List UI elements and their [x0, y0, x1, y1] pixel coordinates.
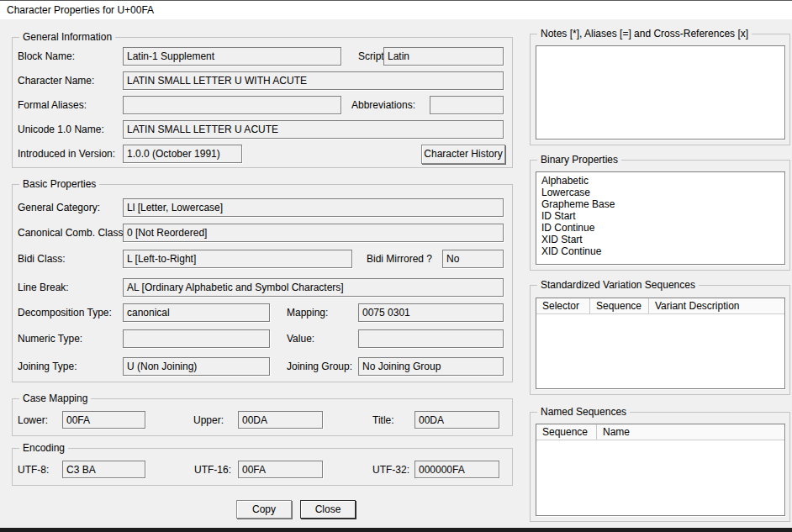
svs-column-selector[interactable]: Selector — [536, 298, 590, 313]
joining-group-label: Joining Group: — [287, 361, 352, 372]
character-properties-dialog: Character Properties for U+00FA General … — [0, 0, 792, 532]
lower-field[interactable]: 00FA — [62, 411, 145, 429]
general-category-label: General Category: — [18, 202, 100, 213]
binary-properties-legend: Binary Properties — [537, 154, 621, 166]
encoding-group: Encoding UTF-8: C3 BA UTF-16: 00FA UTF-3… — [12, 448, 513, 486]
binary-property-item[interactable]: XID Continue — [536, 245, 784, 257]
utf16-label: UTF-16: — [194, 464, 231, 476]
utf8-field[interactable]: C3 BA — [62, 461, 145, 478]
binary-properties-listbox[interactable]: Alphabetic Lowercase Grapheme Base ID St… — [536, 171, 785, 265]
copy-button[interactable]: Copy — [236, 500, 292, 519]
named-sequences-group: Named Sequences Sequence Name — [530, 412, 790, 522]
mapping-label: Mapping: — [287, 307, 328, 319]
general-information-legend: General Information — [19, 31, 115, 44]
numeric-type-field[interactable] — [123, 329, 270, 348]
encoding-legend: Encoding — [19, 442, 68, 455]
joining-type-label: Joining Type: — [18, 361, 77, 372]
named-sequences-table-header: Sequence Name — [536, 424, 784, 440]
case-mapping-group: Case Mapping Lower: 00FA Upper: 00DA Tit… — [12, 398, 513, 436]
decomposition-type-field[interactable]: canonical — [123, 303, 270, 322]
notes-group: Notes [*], Aliases [=] and Cross-Referen… — [530, 34, 790, 145]
named-sequences-table[interactable]: Sequence Name — [536, 424, 785, 516]
joining-type-field[interactable]: U (Non Joining) — [123, 357, 270, 376]
title-bar[interactable]: Character Properties for U+00FA — [0, 0, 792, 19]
introduced-in-version-field[interactable]: 1.0.0 (October 1991) — [123, 145, 242, 163]
svs-column-variant-description[interactable]: Variant Description — [649, 298, 784, 313]
binary-property-item[interactable]: Lowercase — [536, 187, 784, 198]
bidi-class-field[interactable]: L [Left-to-Right] — [123, 250, 352, 268]
basic-properties-group: Basic Properties General Category: Ll [L… — [12, 184, 513, 382]
utf32-label: UTF-32: — [372, 464, 409, 476]
binary-property-item[interactable]: ID Continue — [536, 222, 784, 234]
numeric-value-label: Value: — [287, 333, 314, 345]
block-name-field[interactable]: Latin-1 Supplement — [123, 47, 341, 66]
formal-aliases-label: Formal Aliases: — [18, 99, 87, 111]
bottom-background-strip — [0, 528, 792, 532]
svs-column-sequence[interactable]: Sequence — [590, 298, 649, 313]
line-break-label: Line Break: — [18, 282, 69, 293]
character-name-field[interactable]: LATIN SMALL LETTER U WITH ACUTE — [123, 71, 504, 90]
notes-legend: Notes [*], Aliases [=] and Cross-Referen… — [537, 28, 752, 40]
script-label: Script: — [358, 50, 387, 62]
title-case-field[interactable]: 00DA — [414, 411, 499, 429]
block-name-label: Block Name: — [18, 50, 75, 62]
case-mapping-legend: Case Mapping — [19, 392, 91, 405]
upper-label: Upper: — [193, 414, 224, 426]
character-name-label: Character Name: — [18, 75, 94, 87]
binary-property-item[interactable]: XID Start — [536, 234, 784, 245]
standardized-variation-sequences-legend: Standardized Variation Sequences — [537, 279, 699, 292]
standardized-variation-sequences-group: Standardized Variation Sequences Selecto… — [530, 285, 790, 395]
abbreviations-label: Abbreviations: — [351, 99, 415, 111]
close-button[interactable]: Close — [300, 500, 356, 519]
window-title: Character Properties for U+00FA — [7, 4, 154, 16]
decomposition-type-label: Decomposition Type: — [18, 307, 112, 319]
named-sequences-column-sequence[interactable]: Sequence — [536, 424, 597, 440]
bidi-mirrored-label: Bidi Mirrored ? — [367, 253, 432, 265]
utf8-label: UTF-8: — [18, 464, 49, 476]
mapping-field[interactable]: 0075 0301 — [358, 303, 504, 322]
formal-aliases-field[interactable] — [123, 96, 341, 114]
binary-property-item[interactable]: Grapheme Base — [536, 198, 784, 210]
abbreviations-field[interactable] — [430, 96, 504, 114]
binary-property-item[interactable]: Alphabetic — [536, 175, 784, 187]
basic-properties-legend: Basic Properties — [19, 178, 99, 191]
line-break-field[interactable]: AL [Ordinary Alphabetic and Symbol Chara… — [123, 278, 504, 297]
binary-property-item[interactable]: ID Start — [536, 210, 784, 222]
binary-properties-group: Binary Properties Alphabetic Lowercase G… — [530, 160, 790, 271]
standardized-variation-sequences-table[interactable]: Selector Sequence Variant Description — [536, 298, 785, 389]
utf16-field[interactable]: 00FA — [238, 461, 323, 478]
bidi-mirrored-field[interactable]: No — [442, 250, 504, 268]
svs-table-header: Selector Sequence Variant Description — [536, 298, 784, 314]
utf32-field[interactable]: 000000FA — [414, 461, 499, 478]
numeric-value-field[interactable] — [358, 329, 504, 348]
named-sequences-column-name[interactable]: Name — [597, 424, 784, 440]
joining-group-field[interactable]: No Joining Group — [358, 357, 504, 376]
lower-label: Lower: — [18, 414, 48, 426]
canonical-comb-class-field[interactable]: 0 [Not Reordered] — [123, 224, 504, 242]
canonical-comb-class-label: Canonical Comb. Class: — [18, 227, 126, 239]
upper-field[interactable]: 00DA — [238, 411, 323, 429]
bidi-class-label: Bidi Class: — [18, 253, 66, 265]
title-case-label: Title: — [372, 414, 394, 426]
character-history-button[interactable]: Character History — [421, 145, 505, 164]
numeric-type-label: Numeric Type: — [18, 333, 82, 345]
named-sequences-legend: Named Sequences — [537, 406, 630, 419]
general-category-field[interactable]: Ll [Letter, Lowercase] — [123, 198, 504, 217]
general-information-group: General Information Block Name: Latin-1 … — [12, 37, 513, 168]
notes-listbox[interactable] — [536, 45, 785, 140]
introduced-in-version-label: Introduced in Version: — [18, 148, 115, 160]
script-field[interactable]: Latin — [383, 47, 504, 66]
unicode-1-0-name-field[interactable]: LATIN SMALL LETTER U ACUTE — [123, 120, 504, 139]
unicode-1-0-name-label: Unicode 1.0 Name: — [18, 124, 104, 135]
